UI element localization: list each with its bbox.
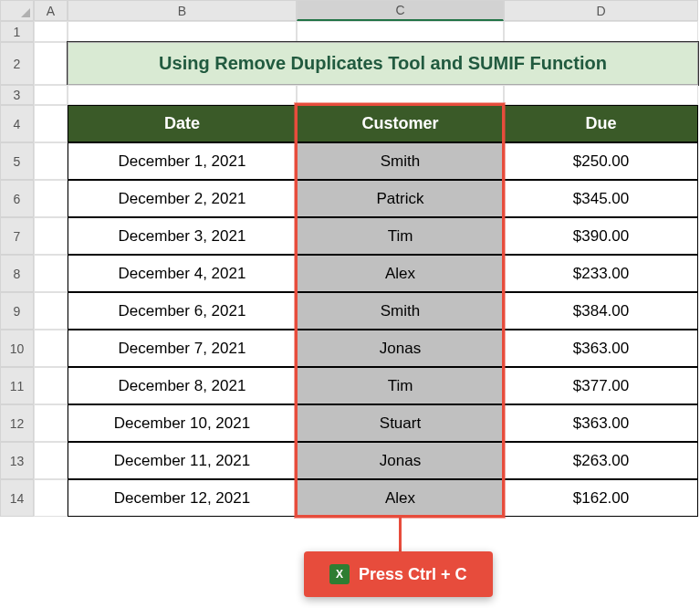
cell-A2[interactable]: [34, 42, 68, 85]
cell-due-5[interactable]: $363.00: [504, 330, 698, 367]
cell-date-5[interactable]: December 7, 2021: [68, 330, 297, 367]
col-header-A[interactable]: A: [34, 0, 68, 21]
cell-A8[interactable]: [34, 255, 68, 292]
cell-A1[interactable]: [34, 21, 68, 42]
cell-customer-9[interactable]: Alex: [297, 479, 504, 517]
title-banner: Using Remove Duplicates Tool and SUMIF F…: [68, 42, 698, 85]
table-header-customer: Customer: [297, 105, 504, 142]
cell-A4[interactable]: [34, 105, 68, 142]
cell-due-3[interactable]: $233.00: [504, 255, 698, 292]
row-header-4[interactable]: 4: [0, 105, 34, 142]
cell-customer-6[interactable]: Tim: [297, 367, 504, 404]
cell-date-1[interactable]: December 2, 2021: [68, 180, 297, 217]
row-header-8[interactable]: 8: [0, 255, 34, 292]
cell-due-6[interactable]: $377.00: [504, 367, 698, 404]
cell-due-2[interactable]: $390.00: [504, 217, 698, 255]
spreadsheet-grid: A B C D 1 2 Using Remove Duplicates Tool…: [0, 0, 700, 517]
callout-text: Press Ctrl + C: [359, 565, 467, 584]
cell-C3[interactable]: [297, 85, 504, 105]
cell-customer-0[interactable]: Smith: [297, 142, 504, 180]
cell-date-7[interactable]: December 10, 2021: [68, 404, 297, 442]
cell-date-4[interactable]: December 6, 2021: [68, 292, 297, 330]
cell-customer-3[interactable]: Alex: [297, 255, 504, 292]
cell-B1[interactable]: [68, 21, 297, 42]
cell-A13[interactable]: [34, 442, 68, 479]
cell-A12[interactable]: [34, 404, 68, 442]
row-header-7[interactable]: 7: [0, 217, 34, 255]
instruction-callout: X Press Ctrl + C: [304, 551, 493, 597]
excel-logo-icon: X: [329, 564, 350, 584]
table-header-due: Due: [504, 105, 698, 142]
cell-A11[interactable]: [34, 367, 68, 404]
cell-B3[interactable]: [68, 85, 297, 105]
row-header-2[interactable]: 2: [0, 42, 34, 85]
row-header-10[interactable]: 10: [0, 330, 34, 367]
cell-due-1[interactable]: $345.00: [504, 180, 698, 217]
cell-A9[interactable]: [34, 292, 68, 330]
row-header-12[interactable]: 12: [0, 404, 34, 442]
row-header-13[interactable]: 13: [0, 442, 34, 479]
cell-date-9[interactable]: December 12, 2021: [68, 479, 297, 517]
cell-A10[interactable]: [34, 330, 68, 367]
cell-date-0[interactable]: December 1, 2021: [68, 142, 297, 180]
cell-due-4[interactable]: $384.00: [504, 292, 698, 330]
cell-date-3[interactable]: December 4, 2021: [68, 255, 297, 292]
cell-D3[interactable]: [504, 85, 698, 105]
cell-customer-5[interactable]: Jonas: [297, 330, 504, 367]
cell-customer-4[interactable]: Smith: [297, 292, 504, 330]
cell-date-8[interactable]: December 11, 2021: [68, 442, 297, 479]
cell-D1[interactable]: [504, 21, 698, 42]
row-header-9[interactable]: 9: [0, 292, 34, 330]
row-header-5[interactable]: 5: [0, 142, 34, 180]
cell-C1[interactable]: [297, 21, 504, 42]
row-header-1[interactable]: 1: [0, 21, 34, 42]
cell-customer-1[interactable]: Patrick: [297, 180, 504, 217]
cell-A14[interactable]: [34, 479, 68, 517]
cell-due-8[interactable]: $263.00: [504, 442, 698, 479]
cell-customer-7[interactable]: Stuart: [297, 404, 504, 442]
table-header-date: Date: [68, 105, 297, 142]
cell-due-0[interactable]: $250.00: [504, 142, 698, 180]
row-header-11[interactable]: 11: [0, 367, 34, 404]
row-header-3[interactable]: 3: [0, 85, 34, 105]
cell-date-6[interactable]: December 8, 2021: [68, 367, 297, 404]
row-header-14[interactable]: 14: [0, 479, 34, 517]
cell-A6[interactable]: [34, 180, 68, 217]
cell-customer-2[interactable]: Tim: [297, 217, 504, 255]
cell-due-9[interactable]: $162.00: [504, 479, 698, 517]
row-header-6[interactable]: 6: [0, 180, 34, 217]
col-header-D[interactable]: D: [504, 0, 698, 21]
select-all-corner[interactable]: [0, 0, 34, 21]
col-header-B[interactable]: B: [68, 0, 297, 21]
cell-customer-8[interactable]: Jonas: [297, 442, 504, 479]
cell-A3[interactable]: [34, 85, 68, 105]
cell-date-2[interactable]: December 3, 2021: [68, 217, 297, 255]
cell-A7[interactable]: [34, 217, 68, 255]
arrow-line: [399, 518, 402, 554]
cell-due-7[interactable]: $363.00: [504, 404, 698, 442]
cell-A5[interactable]: [34, 142, 68, 180]
col-header-C[interactable]: C: [297, 0, 504, 21]
